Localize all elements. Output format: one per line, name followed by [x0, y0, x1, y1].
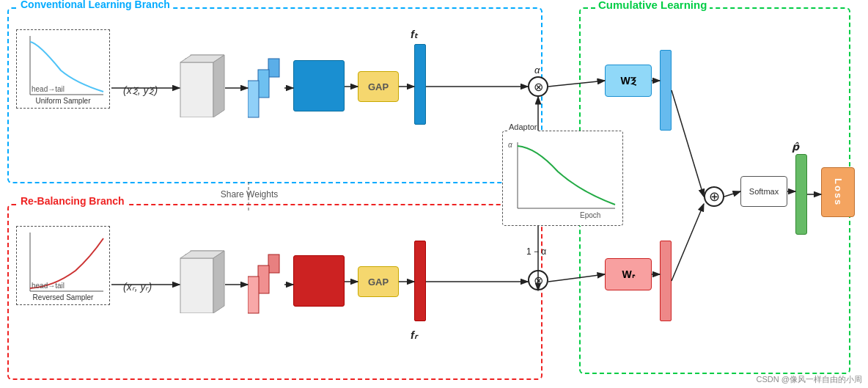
loss-box: Loss — [821, 167, 855, 217]
rebalancing-label: Re-Balancing Branch — [18, 195, 128, 207]
loss-label: Loss — [833, 178, 844, 206]
gap-bottom: GAP — [358, 266, 399, 297]
mult-top: ⊗ — [528, 76, 548, 97]
fr-vector — [414, 241, 426, 321]
fc-vector — [414, 44, 426, 125]
share-weights-svg — [245, 182, 252, 211]
feature-pyramid-bottom-svg — [248, 251, 284, 317]
svg-text:Epoch: Epoch — [580, 211, 600, 219]
input-c-label: (xⲜ, yⲜ) — [123, 84, 158, 97]
svg-rect-19 — [248, 277, 259, 313]
svg-rect-7 — [268, 59, 279, 77]
gap-bottom-label: GAP — [368, 277, 389, 288]
uniform-sampler-label: Uniform Sampler — [35, 97, 90, 105]
wc-output — [660, 50, 672, 131]
fr-label: fᵣ — [411, 329, 417, 342]
svg-rect-9 — [248, 81, 259, 117]
softmax-label: Softmax — [749, 187, 779, 196]
phat-label: p̂ — [792, 141, 799, 153]
feature-pyramid-top-svg — [248, 55, 284, 121]
adaptor-box: Adaptor α Epoch — [502, 131, 623, 226]
big-block-bottom — [293, 255, 345, 307]
reversed-sampler-label: Reversed Sampler — [33, 293, 94, 301]
mult-bottom: ⊗ — [528, 270, 548, 290]
svg-marker-16 — [213, 251, 224, 313]
backbone-top-svg — [180, 51, 238, 117]
svg-rect-8 — [258, 70, 269, 98]
uniform-head-tail: head→tail — [32, 85, 65, 93]
big-block-top — [293, 60, 345, 111]
gap-top: GAP — [358, 71, 399, 102]
svg-marker-6 — [213, 55, 224, 117]
phat-vector — [795, 154, 807, 235]
adaptor-label: Adaptor — [509, 122, 537, 131]
svg-rect-4 — [180, 62, 213, 117]
svg-rect-14 — [180, 258, 213, 313]
reversed-head-tail: head→tail — [32, 282, 65, 290]
svg-text:α: α — [508, 141, 512, 149]
wc-box: WⲜ — [605, 65, 652, 97]
input-r-label: (xᵣ, yᵣ) — [123, 281, 152, 293]
wr-label: Wᵣ — [622, 268, 634, 280]
svg-rect-18 — [258, 266, 269, 293]
uniform-sampler-graph: head→tail Uniform Sampler — [16, 29, 110, 109]
cumulative-label: Cumulative Learning — [595, 0, 710, 11]
softmax-box: Softmax — [740, 176, 787, 207]
gap-top-label: GAP — [368, 81, 389, 92]
adaptor-graph-svg: α Epoch — [507, 139, 620, 225]
wr-output — [660, 241, 672, 321]
backbone-bottom-svg — [180, 247, 238, 313]
plus-circle: ⊕ — [704, 186, 724, 207]
fc-label: fₜ — [411, 28, 417, 41]
svg-rect-17 — [268, 255, 279, 273]
conventional-label: Conventional Learning Branch — [18, 0, 173, 10]
one-minus-alpha-label: 1 − α — [526, 246, 546, 257]
alpha-label: α — [534, 65, 540, 76]
reversed-sampler-graph: head→tail Reversed Sampler — [16, 226, 110, 305]
wr-box: Wᵣ — [605, 258, 652, 290]
watermark: CSDN @像风一样自由的小周 — [757, 374, 862, 385]
diagram-container: Cumulative Learning Conventional Learnin… — [0, 0, 868, 388]
wc-label: WⲜ — [620, 75, 636, 87]
